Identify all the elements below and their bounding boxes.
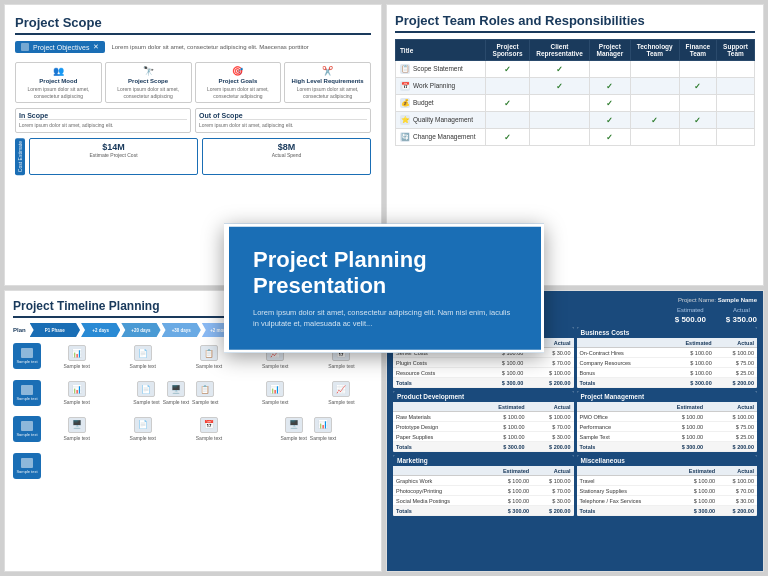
row-icon-1: 📅 [400,81,410,91]
card-goals-text: Lorem ipsum dolor sit amet, consectetur … [199,86,278,99]
cell-est-3-0: $ 100.00 [646,412,706,422]
out-scope-text: Lorem ipsum dolor sit amet, adipiscing e… [199,122,367,129]
card-scope-text: Lorem ipsum dolor sit amet, consectetur … [109,86,188,99]
cell-est-0-3: $ 300.00 [471,378,527,388]
th-label-5 [577,466,673,476]
requirements-icon: ✂️ [288,66,367,76]
role-row-title-3: ⭐Quality Management [396,112,486,129]
role-cell-4-3 [630,129,679,146]
budget-row-0-2: Resource Costs$ 100.00$ 100.00 [393,368,574,378]
cell-label-1-0: On-Contract Hires [577,348,665,358]
cell-label-3-0: PMO Office [577,412,647,422]
cell-label-4-0: Graphics Work [393,476,484,486]
cell-label-2-3: Totals [393,442,474,452]
cell-act-2-0: $ 100.00 [528,412,574,422]
checkmark-icon: ✓ [606,133,613,142]
tl-cell-15: 🖥️Sample text 📊Sample text [244,413,373,446]
tl-cell-6: 📊Sample text [45,377,108,410]
cell-label-3-2: Sample Text [577,432,647,442]
estimated-total-value: $ 500.00 [675,315,706,324]
role-cell-2-1 [530,95,590,112]
cell-act-2-1: $ 70.00 [528,422,574,432]
cell-est-1-0: $ 100.00 [665,348,715,358]
cell-act-2-2: $ 30.00 [528,432,574,442]
cell-act-5-0: $ 100.00 [718,476,757,486]
budget-row-4-0: Graphics Work$ 100.00$ 100.00 [393,476,574,486]
col-project-sponsors: Project Sponsors [486,40,530,61]
cell-label-2-0: Raw Materials [393,412,474,422]
cell-label-0-2: Resource Costs [393,368,471,378]
q1-card-mood: 👥 Project Mood Lorem ipsum dolor sit ame… [15,62,102,103]
th-act-4: Actual [532,466,573,476]
q1-lorem: Lorem ipsum dolor sit amet, consectetur … [111,43,308,51]
th-label-3 [577,402,647,412]
th-est-5: Estimated [672,466,718,476]
cell-est-0-2: $ 100.00 [471,368,527,378]
cell-label-0-3: Totals [393,378,471,388]
role-cell-3-3: ✓ [630,112,679,129]
role-cell-3-4: ✓ [679,112,716,129]
card-mood-title: Project Mood [19,78,98,84]
cell-est-4-0: $ 100.00 [484,476,533,486]
th-est-4: Estimated [484,466,533,476]
budget-row-2-2: Paper Supplies$ 100.00$ 30.00 [393,432,574,442]
th-act-1: Actual [715,338,757,348]
cell-act-5-3: $ 200.00 [718,506,757,516]
timeline-phase-1: P1 Phase [30,323,80,337]
section-table-1: EstimatedActualOn-Contract Hires$ 100.00… [577,338,758,388]
tl-cell-10: 📊Sample text [244,377,307,410]
actual-spend-value: $8M [208,142,365,152]
tl-box-9: 📋 [196,381,214,397]
q1-card-scope: 🔭 Project Scope Lorem ipsum dolor sit am… [105,62,192,103]
cell-label-2-2: Paper Supplies [393,432,474,442]
cell-est-4-2: $ 100.00 [484,496,533,506]
budget-row-4-2: Social Media Postings$ 100.00$ 30.00 [393,496,574,506]
q1-stat-actual: $8M Actual Spend [202,138,371,175]
role-cell-0-3 [630,61,679,78]
timeline-phase-4: +30 days [162,323,201,337]
cell-label-5-3: Totals [577,506,673,516]
tl-cell-7: 📄Sample text 🖥️Sample text 📋Sample text [111,377,240,410]
role-cell-3-2: ✓ [589,112,630,129]
tl-cell-11: 📈Sample text [310,377,373,410]
budget-section-3: Project ManagementEstimatedActualPMO Off… [577,391,758,452]
role-cell-3-0 [486,112,530,129]
role-cell-4-2: ✓ [589,129,630,146]
card-mood-text: Lorem ipsum dolor sit amet, consectetur … [19,86,98,99]
tl-cell-13: 📄Sample text [111,413,174,446]
cell-label-5-2: Telephone / Fax Services [577,496,673,506]
role-cell-1-4: ✓ [679,78,716,95]
budget-row-0-3: Totals$ 300.00$ 200.00 [393,378,574,388]
cell-act-4-1: $ 70.00 [532,486,573,496]
role-cell-1-3 [630,78,679,95]
total-estimated: Estimated $ 500.00 [675,307,706,324]
q1-tab[interactable]: Project Objectives ✕ [15,41,105,53]
role-cell-1-1: ✓ [530,78,590,95]
th-label-1 [577,338,665,348]
col-finance-team: Finance Team [679,40,716,61]
checkmark-icon: ✓ [694,82,701,91]
col-title: Title [396,40,486,61]
budget-row-4-3: Totals$ 300.00$ 200.00 [393,506,574,516]
estimated-header: Estimated [675,307,706,313]
roles-table: Title Project Sponsors Client Representa… [395,39,755,146]
cell-act-3-3: $ 200.00 [706,442,757,452]
tl-icon-img-1 [21,348,33,358]
in-scope-box: In Scope Lorem ipsum dolor sit amet, adi… [15,108,191,133]
budget-row-1-2: Bonus$ 100.00$ 25.00 [577,368,758,378]
section-table-4: EstimatedActualGraphics Work$ 100.00$ 10… [393,466,574,516]
role-cell-1-0 [486,78,530,95]
cell-est-0-1: $ 100.00 [471,358,527,368]
cell-label-5-1: Stationary Supplies [577,486,673,496]
cell-act-4-3: $ 200.00 [532,506,573,516]
section-table-2: EstimatedActualRaw Materials$ 100.00$ 10… [393,402,574,452]
tl-cell-2: 📄Sample text [111,341,174,374]
overlay-text: Lorem ipsum dolor sit amet, consectetur … [253,307,517,330]
col-support-team: Support Team [717,40,755,61]
tl-box-10: 📊 [266,381,284,397]
budget-row-3-3: Totals$ 300.00$ 200.00 [577,442,758,452]
cell-est-2-2: $ 100.00 [474,432,528,442]
role-row-title-0: 📋Scope Statement [396,61,486,78]
section-header-4: Marketing [393,455,574,466]
tl-icon-img-2 [21,385,33,395]
